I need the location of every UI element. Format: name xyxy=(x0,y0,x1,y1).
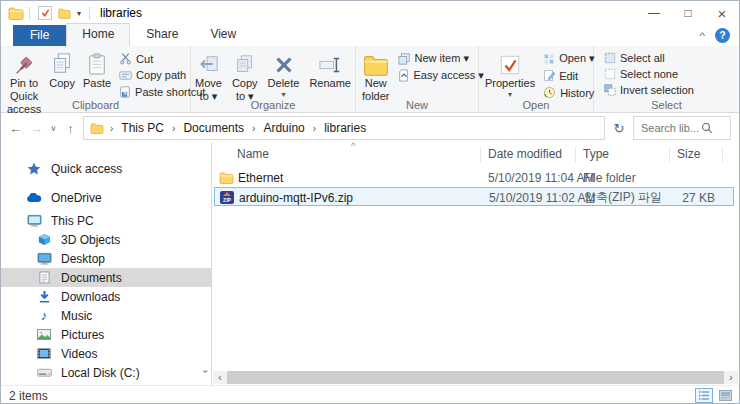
select-all-button[interactable]: Select all xyxy=(604,52,694,64)
new-folder-icon xyxy=(363,49,389,76)
group-label-open: Open xyxy=(479,99,593,111)
tab-home[interactable]: Home xyxy=(66,23,130,46)
sidebar-item-music[interactable]: ♪ Music xyxy=(1,306,211,325)
breadcrumb-separator: › xyxy=(104,123,119,134)
file-row-arduino-mqtt-zip[interactable]: ZIP arduino-mqtt-IPv6.zip 5/10/2019 11:0… xyxy=(214,187,734,206)
cloud-icon xyxy=(26,191,42,205)
breadcrumb-separator: › xyxy=(246,123,261,134)
breadcrumb-item-documents[interactable]: Documents xyxy=(181,121,246,135)
open-button[interactable]: Open ▾ xyxy=(543,52,595,65)
sidebar-item-this-pc[interactable]: This PC xyxy=(1,211,211,230)
edit-button[interactable]: Edit xyxy=(543,69,595,82)
rename-button[interactable]: Rename xyxy=(305,48,355,91)
tab-file[interactable]: File xyxy=(13,25,66,46)
sidebar-item-desktop[interactable]: Desktop xyxy=(1,249,211,268)
back-button[interactable]: ← xyxy=(5,121,26,136)
window-title: libraries xyxy=(100,6,142,20)
move-to-button[interactable]: Move to ▾ xyxy=(191,48,226,104)
history-icon xyxy=(543,86,556,99)
column-header-size[interactable]: Size xyxy=(677,147,700,161)
paste-icon xyxy=(87,49,107,76)
file-row-ethernet[interactable]: Ethernet 5/10/2019 11:04 AM File folder xyxy=(214,168,734,187)
group-label-clipboard: Clipboard xyxy=(1,99,190,111)
qat-new-folder-button[interactable] xyxy=(55,8,74,19)
tab-view[interactable]: View xyxy=(194,23,252,46)
column-separator[interactable] xyxy=(722,147,723,162)
group-label-organize: Organize xyxy=(191,99,355,111)
column-separator[interactable] xyxy=(480,147,481,162)
separator xyxy=(29,7,30,20)
large-icons-view-button[interactable] xyxy=(716,388,734,403)
collapse-ribbon-icon[interactable]: ^ xyxy=(699,31,705,41)
computer-icon xyxy=(26,214,42,228)
qat-properties-button[interactable] xyxy=(35,6,55,20)
breadcrumb-separator: › xyxy=(166,123,181,134)
sidebar-item-videos[interactable]: Videos xyxy=(1,344,211,363)
invert-selection-button[interactable]: Invert selection xyxy=(604,84,694,96)
minimize-button[interactable]: — xyxy=(637,1,671,25)
scroll-right-arrow[interactable]: › xyxy=(724,371,738,384)
properties-button[interactable]: Properties ▾ xyxy=(481,48,539,100)
tab-share[interactable]: Share xyxy=(130,23,194,46)
delete-button[interactable]: Delete ▾ xyxy=(264,48,304,100)
sidebar-item-downloads[interactable]: Downloads xyxy=(1,287,211,306)
new-folder-button[interactable]: New folder xyxy=(358,48,394,104)
zip-file-icon: ZIP xyxy=(220,188,234,207)
scrollbar-thumb[interactable] xyxy=(227,371,724,384)
scroll-left-arrow[interactable]: ‹ xyxy=(213,371,227,384)
new-item-button[interactable]: New item ▾ xyxy=(398,52,484,65)
sidebar-item-pictures[interactable]: Pictures xyxy=(1,325,211,344)
refresh-button[interactable]: ↻ xyxy=(609,121,629,136)
horizontal-scrollbar[interactable]: ‹ › xyxy=(213,371,738,384)
search-input[interactable] xyxy=(639,121,701,135)
navigation-pane: Quick access OneDrive This PC 3D Objects xyxy=(1,143,212,385)
sidebar-item-3d-objects[interactable]: 3D Objects xyxy=(1,230,211,249)
column-separator[interactable] xyxy=(669,147,670,162)
close-button[interactable]: × xyxy=(705,1,739,25)
download-arrow-icon xyxy=(36,290,52,304)
ribbon-group-clipboard: Pin to Quick access Copy Paste xyxy=(1,46,191,112)
sidebar-item-onedrive[interactable]: OneDrive xyxy=(1,188,211,207)
video-icon xyxy=(36,347,52,361)
copy-button[interactable]: Copy xyxy=(45,48,79,91)
edit-icon xyxy=(543,69,555,82)
file-list-pane: ^ Name Date modified Type Size Ethernet … xyxy=(212,143,739,385)
forward-button[interactable]: → xyxy=(26,121,47,136)
document-icon xyxy=(36,271,52,285)
column-separator[interactable] xyxy=(575,147,576,162)
easy-access-button[interactable]: Easy access ▾ xyxy=(398,69,484,82)
sidebar-item-quick-access[interactable]: Quick access xyxy=(1,159,211,178)
copy-path-icon xyxy=(119,70,132,81)
column-header-name[interactable]: Name xyxy=(237,147,269,161)
sidebar-item-documents[interactable]: Documents xyxy=(1,268,211,287)
ribbon-tab-bar: File Home Share View ^ ? xyxy=(1,25,739,46)
maximize-button[interactable]: □ xyxy=(671,1,705,25)
breadcrumb-item-arduino[interactable]: Arduino xyxy=(261,121,306,135)
search-box[interactable] xyxy=(633,116,731,140)
sidebar-scroll-down-arrow[interactable]: › xyxy=(200,370,211,373)
up-button[interactable]: ↑ xyxy=(60,121,81,136)
qat-customize-dropdown[interactable]: ▾ xyxy=(74,9,84,18)
properties-check-icon xyxy=(499,49,521,76)
copy-to-button[interactable]: Copy to ▾ xyxy=(228,48,262,104)
open-icon xyxy=(543,53,555,65)
new-item-icon xyxy=(398,53,411,65)
paste-button[interactable]: Paste xyxy=(79,48,115,91)
sort-ascending-icon: ^ xyxy=(351,141,355,151)
details-view-button[interactable] xyxy=(695,388,713,403)
breadcrumb-item-libraries[interactable]: libraries xyxy=(322,121,368,135)
sidebar-item-local-disk-c[interactable]: Local Disk (C:) xyxy=(1,363,211,382)
select-none-button[interactable]: Select none xyxy=(604,68,694,80)
explorer-folder-icon xyxy=(8,7,24,20)
history-button[interactable]: History xyxy=(543,86,595,99)
breadcrumb-separator: › xyxy=(307,123,322,134)
column-header-date-modified[interactable]: Date modified xyxy=(488,147,562,161)
desktop-icon xyxy=(36,252,52,266)
breadcrumb-item-this-pc[interactable]: This PC xyxy=(119,121,166,135)
copy-icon xyxy=(51,49,73,76)
breadcrumb[interactable]: › This PC › Documents › Arduino › librar… xyxy=(83,116,605,140)
help-icon[interactable]: ? xyxy=(715,28,730,43)
recent-locations-dropdown[interactable]: ∨ xyxy=(47,124,60,133)
rename-icon xyxy=(318,49,342,76)
column-header-type[interactable]: Type xyxy=(583,147,609,161)
